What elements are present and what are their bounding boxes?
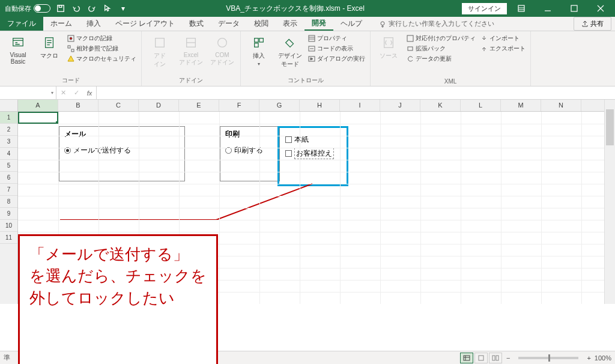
design-mode-button[interactable]: デザイン モード — [276, 34, 304, 70]
view-normal-icon[interactable] — [460, 353, 473, 363]
checkbox-highlight-box: 本紙 お客様控え — [277, 126, 348, 186]
expansion-pack-button[interactable]: 拡張パック — [405, 44, 477, 53]
redo-icon[interactable] — [86, 3, 97, 14]
column-header-H[interactable]: H — [300, 100, 340, 111]
column-header-K[interactable]: K — [420, 100, 461, 111]
insert-control-button[interactable]: 挿入▾ — [244, 34, 273, 68]
column-header-C[interactable]: C — [98, 100, 139, 111]
refresh-data-button[interactable]: データの更新 — [405, 54, 477, 64]
ribbon-options-icon[interactable] — [509, 0, 533, 17]
zoom-out-button[interactable]: − — [506, 354, 510, 362]
excel-addins-button[interactable]: Excel アドイン — [177, 34, 205, 68]
tellme-search[interactable]: 実行したい作業を入力してください — [369, 17, 494, 31]
zoom-in-button[interactable]: + — [587, 354, 590, 362]
pointer-icon[interactable] — [102, 3, 113, 14]
properties-button[interactable]: プロパティ — [307, 34, 366, 43]
column-header-I[interactable]: I — [340, 100, 380, 111]
callout-connector — [288, 184, 348, 220]
share-label: 共有 — [590, 19, 604, 28]
zoom-slider[interactable] — [518, 357, 578, 359]
column-header-D[interactable]: D — [139, 100, 179, 111]
tab-help[interactable]: ヘルプ — [333, 17, 369, 31]
column-header-F[interactable]: F — [219, 100, 259, 111]
view-pagelayout-icon[interactable] — [474, 353, 488, 363]
vertical-scrollbar[interactable] — [604, 100, 615, 304]
checkbox-icon — [285, 136, 292, 143]
save-icon[interactable] — [55, 3, 66, 14]
zoom-level[interactable]: 100% — [595, 354, 611, 362]
tab-developer[interactable]: 開発 — [304, 17, 333, 31]
svg-rect-16 — [255, 43, 258, 47]
qat-dropdown-icon[interactable]: ▾ — [118, 3, 129, 14]
macros-button[interactable]: マクロ — [35, 34, 64, 61]
tab-file[interactable]: ファイル — [0, 17, 43, 31]
relative-ref-button[interactable]: 相対参照で記録 — [66, 44, 138, 53]
tab-data[interactable]: データ — [211, 17, 247, 31]
cancel-formula-icon[interactable]: ✕ — [56, 89, 70, 97]
xml-source-label: ソース — [380, 52, 398, 60]
minimize-icon[interactable] — [536, 0, 560, 17]
svg-rect-23 — [464, 356, 470, 360]
radio-mail-send[interactable]: メールで送付する — [64, 145, 180, 156]
row-header-7[interactable]: 7 — [0, 184, 17, 196]
map-properties-button[interactable]: 対応付けのプロパティ — [405, 34, 477, 43]
column-header-L[interactable]: L — [461, 100, 501, 111]
tab-formulas[interactable]: 数式 — [182, 17, 211, 31]
column-header-B[interactable]: B — [58, 100, 98, 111]
com-addins-button[interactable]: COM アドイン — [208, 34, 237, 68]
row-header-10[interactable]: 10 — [0, 220, 17, 232]
callout-line3: 外してロックしたい — [29, 287, 207, 309]
tab-home[interactable]: ホーム — [43, 17, 79, 31]
undo-icon[interactable] — [71, 3, 82, 14]
run-dialog-button[interactable]: ダイアログの実行 — [307, 54, 366, 64]
row-header-1[interactable]: 1 — [0, 112, 17, 124]
tab-pagelayout[interactable]: ページ レイアウト — [108, 17, 182, 31]
tab-review[interactable]: 校閲 — [247, 17, 276, 31]
tab-insert[interactable]: 挿入 — [79, 17, 108, 31]
addins-label: アド イン — [154, 52, 166, 68]
view-pagebreak-icon[interactable] — [489, 353, 502, 363]
xml-export-button[interactable]: エクスポート — [479, 44, 527, 53]
row-header-2[interactable]: 2 — [0, 124, 17, 136]
xml-import-button[interactable]: インポート — [479, 34, 527, 43]
fx-button[interactable]: fx — [83, 89, 96, 97]
addins-button[interactable]: アド イン — [145, 34, 174, 70]
column-header-M[interactable]: M — [501, 100, 541, 111]
radio-print[interactable]: 印刷する — [225, 145, 274, 156]
vb-label: Visual Basic — [6, 52, 30, 65]
column-header-G[interactable]: G — [259, 100, 300, 111]
row-header-4[interactable]: 4 — [0, 148, 17, 160]
view-code-button[interactable]: コードの表示 — [307, 44, 366, 53]
radio-print-label: 印刷する — [234, 145, 263, 156]
visual-basic-button[interactable]: Visual Basic — [4, 34, 32, 66]
maximize-icon[interactable] — [562, 0, 586, 17]
row-header-3[interactable]: 3 — [0, 136, 17, 148]
name-box[interactable]: ▾ — [0, 86, 56, 99]
share-button[interactable]: 共有 — [574, 17, 611, 31]
row-header-6[interactable]: 6 — [0, 172, 17, 184]
record-macro-button[interactable]: マクロの記録 — [66, 34, 138, 43]
autosave-label: 自動保存 — [5, 4, 31, 13]
row-header-9[interactable]: 9 — [0, 208, 17, 220]
column-header-A[interactable]: A — [18, 100, 58, 111]
svg-rect-5 — [13, 38, 23, 46]
enter-formula-icon[interactable]: ✓ — [70, 89, 83, 97]
group-controls-label: コントロール — [244, 75, 366, 86]
formula-input[interactable] — [97, 86, 615, 99]
column-header-E[interactable]: E — [179, 100, 219, 111]
checkbox-customer-copy[interactable]: お客様控え — [285, 148, 341, 159]
select-all-corner[interactable] — [0, 100, 18, 112]
row-header-5[interactable]: 5 — [0, 160, 17, 172]
xml-source-button[interactable]: ソース — [374, 34, 403, 61]
column-header-J[interactable]: J — [380, 100, 420, 111]
row-header-8[interactable]: 8 — [0, 196, 17, 208]
close-icon[interactable] — [589, 0, 613, 17]
signin-button[interactable]: サインイン — [462, 3, 507, 14]
status-ready: 準 — [4, 353, 10, 362]
macro-security-button[interactable]: マクロのセキュリティ — [66, 54, 138, 64]
svg-rect-9 — [68, 46, 70, 48]
row-header-11[interactable]: 11 — [0, 232, 17, 244]
tab-view[interactable]: 表示 — [276, 17, 304, 31]
autosave-toggle[interactable] — [34, 4, 50, 13]
column-header-N[interactable]: N — [541, 100, 581, 111]
